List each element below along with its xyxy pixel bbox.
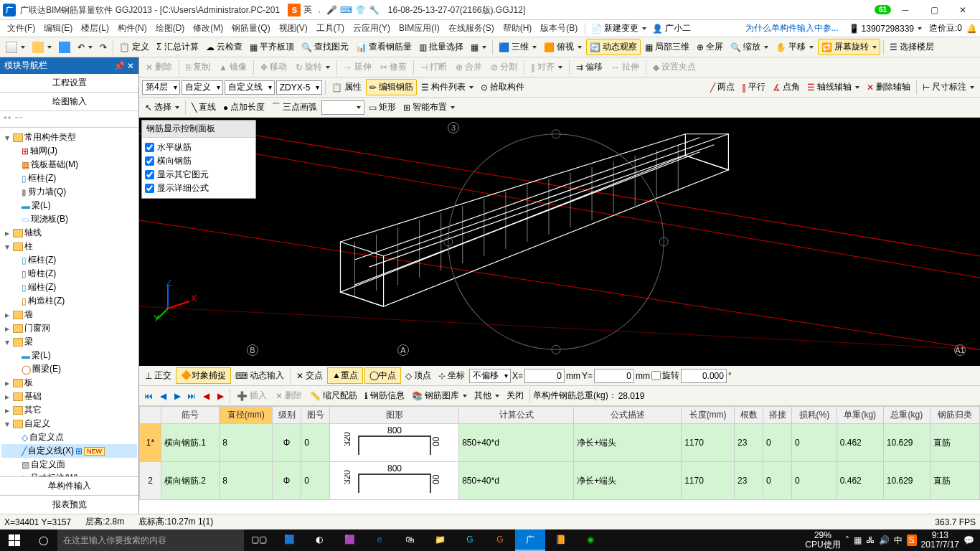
tree-frame-col[interactable]: ▯框柱(Z) [1,171,137,185]
task-app-current[interactable]: 广 [515,529,545,551]
local-3d-button[interactable]: ▦局部三维 [642,39,692,55]
expand-icon[interactable]: ⁺⁺ [3,114,11,124]
extend-btn[interactable]: →延伸 [340,60,375,75]
tray-sogou-icon[interactable]: S [907,534,917,546]
close-button[interactable]: ✕ [948,1,977,19]
rebar-check-1[interactable]: 横向钢筋 [145,154,253,168]
nav-prev-err[interactable]: ◀ [199,390,212,402]
type-select[interactable]: 自定义线 [225,80,275,95]
ime-keyboard-icon[interactable]: ⌨ [340,5,352,15]
other-btn[interactable]: 其他 [471,388,502,403]
new-change-button[interactable]: 📄新建变更 [588,21,649,36]
rebar-info-btn[interactable]: ℹ钢筋信息 [362,388,407,403]
point-len-btn[interactable]: ●点加长度 [220,100,268,115]
view-3d-button[interactable]: 🟦三维 [496,39,540,55]
split-btn[interactable]: ⊘分割 [487,60,521,75]
tray-notifications-icon[interactable]: 💬 [963,535,974,545]
rect-btn[interactable]: ▭矩形 [366,100,399,115]
col-formula[interactable]: 计算公式 [459,407,574,424]
tree-raft[interactable]: ▦筏板基础(M) [1,158,137,171]
menu-version[interactable]: 版本号(B) [536,21,582,36]
category-select[interactable]: 自定义 [182,80,223,95]
ime-lang[interactable]: 英 [303,4,312,16]
nav-next[interactable]: ▶ [171,390,184,402]
tray-ime[interactable]: 中 [894,534,903,547]
line-btn[interactable]: ╲直线 [189,100,219,115]
scale-rebar-btn[interactable]: 📏缩尺配筋 [307,388,360,403]
task-app-4[interactable]: G [455,529,485,551]
tree-other-group[interactable]: ▸其它 [1,403,137,417]
rebar-check-2[interactable]: 显示其它图元 [145,168,253,182]
rotate-btn[interactable]: ↻旋转 [292,60,334,75]
mirror-btn[interactable]: ▲镜像 [215,60,250,75]
ime-punct-icon[interactable]: ， [315,4,324,16]
name-select[interactable]: ZDYX-5 [276,80,323,95]
taskbar-search[interactable]: 在这里输入你要搜索的内容 [57,529,244,551]
tree-foundation-group[interactable]: ▸基础 [1,390,137,403]
dim-btn[interactable]: ⊢尺寸标注 [920,80,977,95]
col-idx[interactable] [140,407,161,424]
col-len[interactable]: 长度(mm) [682,407,735,424]
minimize-button[interactable]: ─ [891,1,920,19]
merge-btn[interactable]: ⊕合并 [452,60,486,75]
tree-dim-annotation[interactable]: ⊢尺寸标注(W) [1,471,137,476]
tree-slab[interactable]: ▭现浇板(B) [1,212,137,226]
task-app-2[interactable]: ◐ [304,529,334,551]
move-btn[interactable]: ✥移动 [257,60,291,75]
ime-icon[interactable]: S [288,4,301,17]
zoom-button[interactable]: 🔍缩放 [727,39,771,55]
task-view-icon[interactable]: ▢▢ [244,529,274,551]
break-btn[interactable]: ⊣打断 [417,60,451,75]
col-count[interactable]: 根数 [735,407,763,424]
menu-rebar[interactable]: 钢筋量(Q) [227,21,274,36]
intersect-btn[interactable]: ✕交点 [293,368,326,383]
edit-rebar-btn[interactable]: ✏编辑钢筋 [366,79,417,95]
cortana-icon[interactable]: ◯ [29,535,57,545]
col-uw[interactable]: 单重(kg) [837,407,883,424]
tree-common-types[interactable]: ▾常用构件类型 [1,131,137,144]
tree-ring-beam[interactable]: ◯圈梁(E) [1,362,137,376]
task-explorer[interactable]: 📁 [425,529,455,551]
tree-frame-col2[interactable]: ▯框柱(Z) [1,253,137,267]
delete-row-btn[interactable]: ✕删除 [272,388,306,403]
col-desc[interactable]: 公式描述 [574,407,682,424]
fullscreen-button[interactable]: ⊕全屏 [694,39,726,55]
tree-beam-group[interactable]: ▾梁 [1,335,137,349]
nav-next-err[interactable]: ▶ [214,390,227,402]
undo-button[interactable]: ↶ [75,41,95,54]
menu-member[interactable]: 构件(N) [113,21,151,36]
arc-combo[interactable] [321,100,364,115]
menu-cloud[interactable]: 云应用(Y) [349,21,395,36]
dyn-observe-button[interactable]: 🔄动态观察 [586,39,641,55]
tab-project-settings[interactable]: 工程设置 [0,74,138,93]
tab-single-input[interactable]: 单构件输入 [0,476,138,495]
member-list-btn[interactable]: ☰构件列表 [418,80,476,95]
flat-top-button[interactable]: ▦平齐板顶 [247,39,297,55]
menu-modify[interactable]: 修改(M) [189,21,227,36]
menu-draw[interactable]: 绘图(D) [151,21,189,36]
col-fig[interactable]: 图号 [301,407,330,424]
save-file-button[interactable] [56,40,73,55]
tree-wall-group[interactable]: ▸墙 [1,308,137,321]
nav-first[interactable]: ⏮ [142,390,155,402]
tree-shear-wall[interactable]: ▮剪力墙(Q) [1,185,137,199]
select-floor-button[interactable]: ☰选择楼层 [887,39,937,55]
tree-column-group[interactable]: ▾柱 [1,240,137,253]
tree-dark-col[interactable]: ▯暗柱(Z) [1,267,137,281]
tab-draw-input[interactable]: 绘图输入 [0,93,138,111]
col-lap[interactable]: 搭接 [763,407,792,424]
tray-gpu-icon[interactable]: ▦ [854,535,862,545]
collapse-icon[interactable]: ⁻⁻ [14,114,23,124]
hint-link[interactable]: 为什么单构件输入中参... [743,21,842,36]
axis-aux-btn[interactable]: ☰轴线辅轴 [804,80,862,95]
task-app-3[interactable]: 🟪 [334,529,364,551]
menu-file[interactable]: 文件(F) [3,21,39,36]
close-grid-btn[interactable]: 关闭 [504,388,527,403]
center-btn[interactable]: ◯中点 [364,367,401,384]
offset-select[interactable]: 不偏移 [469,369,511,383]
tray-network-icon[interactable]: 🖧 [866,535,875,545]
notification-badge[interactable]: 61 [875,5,891,14]
snap-btn[interactable]: 🔶对象捕捉 [176,367,231,384]
view-iso-button[interactable]: 🟧俯视 [541,39,585,55]
tree-beam-l[interactable]: ▬梁(L) [1,349,137,362]
